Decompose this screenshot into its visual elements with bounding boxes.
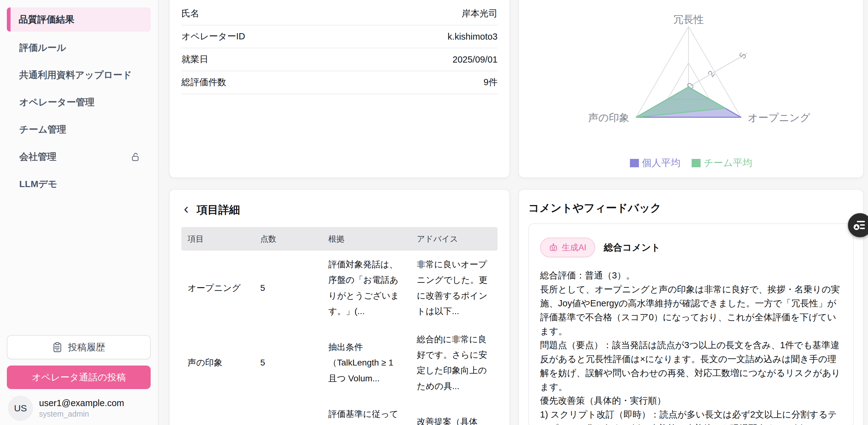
legend-label: チーム平均 — [704, 157, 752, 169]
table-cell-score: 5 — [254, 251, 322, 326]
svg-text:オープニング: オープニング — [748, 112, 810, 123]
page: 品質評価結果評価ルール共通利用資料アップロードオペレーター管理チーム管理会社管理… — [0, 0, 868, 425]
sidebar-item-5[interactable]: 会社管理 — [0, 143, 158, 170]
sidebar-item-3[interactable]: オペレーター管理 — [0, 89, 158, 116]
sidebar-item-label: オペレーター管理 — [19, 96, 95, 109]
generative-ai-badge: 生成AI — [540, 238, 595, 257]
sidebar-item-label: LLMデモ — [19, 178, 57, 191]
radar-chart-card: 025冗長性オープニング声の印象 個人平均チーム平均 — [518, 0, 864, 178]
post-history-button[interactable]: 投稿履歴 — [7, 335, 151, 359]
legend-item: チーム平均 — [692, 157, 752, 169]
table-cell-item: オープニング — [181, 251, 254, 326]
chart-legend: 個人平均チーム平均 — [519, 157, 863, 169]
profile-row-value: k.kishimoto3 — [447, 32, 498, 42]
robot-icon — [549, 243, 558, 252]
table-row: オープニング5評価対象発話は、序盤の「お電話ありがとうございます。」(...非常… — [181, 251, 498, 326]
item-detail-header: ‹ 項目詳細 — [184, 203, 498, 217]
profile-row: 氏名岸本光司 — [181, 2, 498, 25]
table-row: 声の印象5抽出条件（TalkLength ≥ 1 且つ Volum...総合的に… — [181, 326, 498, 400]
profile-row: オペレーターIDk.kishimoto3 — [181, 25, 498, 48]
table-header-cell: 点数 — [254, 227, 322, 251]
svg-text:2: 2 — [706, 69, 717, 79]
profile-row-label: 就業日 — [181, 53, 208, 66]
profile-row: 就業日2025/09/01 — [181, 48, 498, 71]
table-cell-item: 冗長性 — [181, 400, 254, 425]
user-meta: user1@example.com system_admin — [39, 398, 124, 419]
user-role: system_admin — [39, 410, 124, 419]
sidebar-item-1[interactable]: 評価ルール — [0, 34, 158, 61]
table-cell-item: 声の印象 — [181, 326, 254, 400]
table-header-cell: 根拠 — [322, 227, 411, 251]
clipboard-icon — [52, 342, 62, 353]
sidebar-item-label: チーム管理 — [19, 123, 66, 136]
item-detail-table: 項目点数根拠アドバイス オープニング5評価対象発話は、序盤の「お電話ありがとうご… — [181, 227, 498, 425]
user-email: user1@example.com — [39, 398, 124, 408]
profile-row-value: 2025/09/01 — [453, 55, 498, 65]
unlock-icon — [131, 152, 140, 162]
profile-row-value: 9件 — [484, 76, 498, 89]
legend-label: 個人平均 — [642, 157, 680, 169]
sidebar-nav: 品質評価結果評価ルール共通利用資料アップロードオペレーター管理チーム管理会社管理… — [0, 0, 158, 198]
table-cell-advice: 改善提案（具体的） 1) 長い説明を短い — [410, 400, 498, 425]
profile-row-label: オペレーターID — [181, 30, 245, 43]
comments-card: コメントやフィードバック — [518, 189, 864, 425]
back-chevron-icon[interactable]: ‹ — [184, 203, 188, 217]
svg-text:声の印象: 声の印象 — [588, 112, 629, 123]
sidebar: 品質評価結果評価ルール共通利用資料アップロードオペレーター管理チーム管理会社管理… — [0, 0, 159, 425]
sidebar-item-label: 会社管理 — [19, 151, 56, 163]
post-operator-call-button[interactable]: オペレータ通話の投稿 — [7, 365, 151, 389]
sidebar-bottom: 投稿履歴 オペレータ通話の投稿 US user1@example.com sys… — [7, 335, 151, 421]
sidebar-item-0[interactable]: 品質評価結果 — [7, 7, 151, 32]
sidebar-item-4[interactable]: チーム管理 — [0, 116, 158, 143]
profile-row-label: 総評価件数 — [181, 76, 226, 89]
table-cell-score: 0 — [254, 400, 322, 425]
generative-ai-badge-label: 生成AI — [562, 242, 587, 253]
sidebar-item-label: 評価ルール — [19, 41, 66, 54]
operator-profile-table: 氏名岸本光司オペレーターIDk.kishimoto3就業日2025/09/01総… — [181, 2, 498, 94]
legend-item: 個人平均 — [630, 157, 680, 169]
overall-comment-body: 総合評価：普通（3）。 長所として、オープニングと声の印象は非常に良好で、挨拶・… — [540, 268, 842, 425]
table-header-row: 項目点数根拠アドバイス — [181, 227, 498, 251]
legend-swatch-icon — [630, 159, 639, 167]
table-cell-advice: 総合的に非常に良好です。さらに安定した印象向上のための具... — [410, 326, 498, 400]
overall-comment-heading: 総合コメント — [604, 241, 661, 254]
item-detail-title: 項目詳細 — [196, 203, 240, 217]
playlist-play-icon — [853, 218, 867, 232]
sidebar-item-label: 品質評価結果 — [19, 13, 74, 26]
profile-row: 総評価件数9件 — [181, 71, 498, 94]
legend-swatch-icon — [692, 159, 701, 167]
sidebar-item-2[interactable]: 共通利用資料アップロード — [0, 61, 158, 89]
table-header-cell: アドバイス — [410, 227, 498, 251]
profile-row-label: 氏名 — [181, 7, 199, 20]
table-cell-advice: 非常に良いオープニングでした。更に改善するポイントは以下... — [410, 251, 498, 326]
sidebar-item-6[interactable]: LLMデモ — [0, 170, 158, 198]
sidebar-item-label: 共通利用資料アップロード — [19, 69, 132, 81]
table-cell-basis: 抽出条件（TalkLength ≥ 1 且つ Volum... — [322, 326, 411, 400]
comment-header: 生成AI 総合コメント — [540, 238, 842, 257]
profile-row-value: 岸本光司 — [462, 7, 498, 20]
avatar: US — [8, 396, 33, 421]
table-header-cell: 項目 — [181, 227, 254, 251]
post-history-label: 投稿履歴 — [68, 341, 105, 354]
operator-profile-card: 氏名岸本光司オペレーターIDk.kishimoto3就業日2025/09/01総… — [169, 0, 510, 178]
svg-text:5: 5 — [737, 51, 748, 61]
table-cell-basis: 評価対象発話は、序盤の「お電話ありがとうございます。」(... — [322, 251, 411, 326]
overall-comment-box: 生成AI 総合コメント 総合評価：普通（3）。 長所として、オープニングと声の印… — [528, 223, 854, 425]
radar-chart: 025冗長性オープニング声の印象 — [519, 0, 863, 149]
item-detail-card: ‹ 項目詳細 項目点数根拠アドバイス オープニング5評価対象発話は、序盤の「お電… — [169, 189, 510, 425]
table-cell-basis: 評価基準に従ってオペレーター発話を句点「。」単位で結 — [322, 400, 411, 425]
comments-title: コメントやフィードバック — [528, 201, 854, 215]
table-row: 冗長性0評価基準に従ってオペレーター発話を句点「。」単位で結改善提案（具体的） … — [181, 400, 498, 425]
user-account[interactable]: US user1@example.com system_admin — [7, 396, 151, 421]
svg-text:冗長性: 冗長性 — [673, 13, 704, 25]
table-cell-score: 5 — [254, 326, 322, 400]
